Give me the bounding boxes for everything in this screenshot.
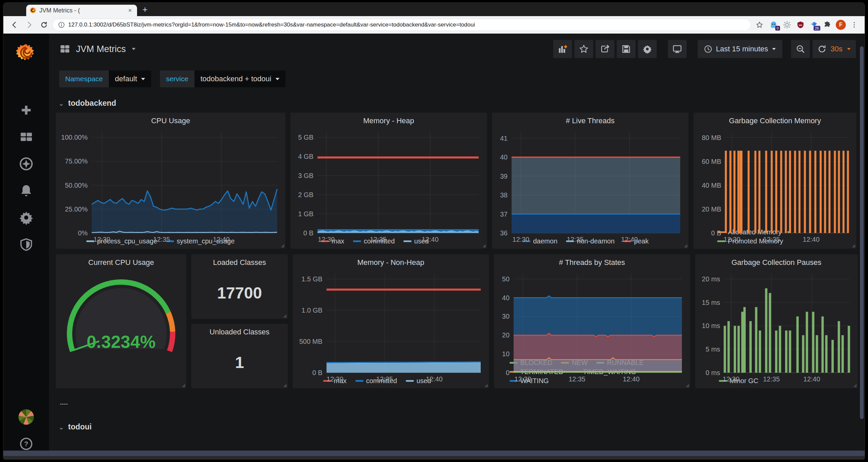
panel-title[interactable]: Unloaded Classes <box>195 327 284 339</box>
row-header-todoui[interactable]: ⌄ todoui <box>56 416 858 436</box>
panel-title[interactable]: Memory - Non-Heap <box>296 257 486 269</box>
server-admin-shield-icon[interactable] <box>16 234 37 255</box>
live-threads-chart[interactable]: 36373839404112:3012:3512:40 <box>495 128 685 237</box>
svg-text:uo: uo <box>799 24 802 27</box>
alerting-bell-icon[interactable] <box>16 180 37 201</box>
site-info-icon[interactable] <box>58 22 65 28</box>
variable-service-value[interactable]: todobackend + todoui <box>194 70 285 87</box>
panel-title[interactable]: Memory - Heap <box>294 116 484 128</box>
forward-button[interactable] <box>23 19 36 31</box>
time-range-label: Last 15 minutes <box>716 45 768 54</box>
x-axis-tick: 12:40 <box>413 236 447 243</box>
ublock-extension-icon[interactable]: uo <box>795 19 806 31</box>
add-panel-button[interactable] <box>553 40 572 58</box>
panel-resize-handle[interactable] <box>852 244 855 248</box>
clock-icon <box>704 45 712 54</box>
panel-resize-handle[interactable] <box>483 244 486 248</box>
dashboard-navbar: JVM Metrics <box>49 34 865 64</box>
memory-heap-chart[interactable]: 0 B1 GB2 GB3 GB4 GB5 GB12:3012:3512:40 <box>294 128 484 237</box>
panel-title[interactable]: Current CPU Usage <box>59 257 183 269</box>
settings-extension-icon[interactable] <box>781 19 793 31</box>
tag-extension-icon[interactable]: 26 <box>808 19 819 31</box>
dashboards-icon[interactable] <box>16 126 37 148</box>
y-axis-tick: 100.00% <box>59 134 88 141</box>
panel-row-2: Current CPU Usage 0.3234% Loaded Classes… <box>56 254 858 389</box>
reload-button[interactable] <box>38 19 51 31</box>
tab-close-icon[interactable]: × <box>126 7 134 14</box>
x-axis-tick: 12:40 <box>613 236 646 243</box>
bookmark-star-icon[interactable] <box>753 19 766 31</box>
panel-resize-handle[interactable] <box>281 244 284 248</box>
back-button[interactable] <box>8 19 21 31</box>
profile-avatar[interactable]: F <box>835 19 846 31</box>
refresh-icon[interactable] <box>817 44 827 54</box>
horizontal-scrollbar[interactable] <box>3 451 865 456</box>
x-axis-tick: 12:35 <box>560 375 594 383</box>
user-avatar[interactable] <box>16 406 37 428</box>
gc-pauses-chart[interactable]: 0 ms5 ms10 ms15 ms20 ms12:3012:3512:40 <box>699 269 854 376</box>
panel-title[interactable]: Loaded Classes <box>195 257 284 269</box>
y-axis-tick: 1 GB <box>294 210 313 218</box>
ghostery-extension-icon[interactable]: 0 <box>768 19 779 31</box>
dashboard-settings-button[interactable] <box>638 40 657 58</box>
panel-title[interactable]: # Threads by States <box>497 257 687 269</box>
threads-by-states-chart[interactable]: 0102030405012:3012:3512:40 <box>497 269 687 358</box>
url-bar[interactable]: 127.0.0.1:3002/d/D65bST8iz/jvm-metrics?o… <box>53 19 751 31</box>
browser-menu-icon[interactable] <box>848 19 860 31</box>
browser-tab[interactable]: JVM Metrics - ( × <box>26 5 137 16</box>
variable-namespace-label: Namespace <box>59 70 109 87</box>
save-dashboard-button[interactable] <box>617 40 636 58</box>
variable-namespace-value[interactable]: default <box>109 70 151 87</box>
y-axis-tick: 20 <box>497 331 509 339</box>
zoom-out-time-button[interactable] <box>791 40 810 58</box>
configuration-gear-icon[interactable] <box>16 207 37 228</box>
extensions-puzzle-icon[interactable] <box>822 19 833 31</box>
panel-title[interactable]: CPU Usage <box>59 116 282 128</box>
y-axis-tick: 40 <box>497 294 509 302</box>
cpu-usage-chart[interactable]: 0%25.00%50.00%75.00%100.00%12:3012:3512:… <box>59 128 282 237</box>
tag-badge: 26 <box>814 26 820 31</box>
submenu-variables: Namespace default service todobackend + … <box>49 64 865 89</box>
variable-service[interactable]: service todobackend + todoui <box>160 70 285 87</box>
y-axis-tick: 10 ms <box>699 322 720 330</box>
cycle-view-mode-button[interactable] <box>668 40 687 58</box>
share-dashboard-button[interactable] <box>596 40 614 58</box>
current-cpu-gauge[interactable]: 0.3234% <box>59 269 183 386</box>
panel-resize-handle[interactable] <box>283 384 286 387</box>
create-plus-icon[interactable] <box>16 99 37 121</box>
time-range-picker[interactable]: Last 15 minutes <box>698 40 782 58</box>
refresh-picker[interactable]: 30s <box>813 40 856 58</box>
panel-resize-handle[interactable] <box>853 384 857 387</box>
panel-unloaded-classes: Unloaded Classes 1 <box>191 324 287 389</box>
panel-resize-handle[interactable] <box>485 384 488 387</box>
panel-title[interactable]: Garbage Collection Memory <box>697 116 853 128</box>
dashboard-body: ⌄ todobackend CPU Usage 0%25.00%50.00%75… <box>49 89 865 459</box>
dashboard-title-group[interactable]: JVM Metrics <box>59 43 136 55</box>
panel-cpu-usage: CPU Usage 0%25.00%50.00%75.00%100.00%12:… <box>56 112 285 249</box>
y-axis-tick: 3 GB <box>294 172 313 179</box>
browser-window: JVM Metrics - ( × + 127.0.0.1:3002/d/D65… <box>3 3 865 459</box>
panel-title[interactable]: Garbage Collection Pauses <box>699 257 854 269</box>
grafana-logo[interactable] <box>16 42 37 64</box>
main-content: JVM Metrics <box>49 34 865 459</box>
panel-title[interactable]: # Live Threads <box>495 116 685 128</box>
new-tab-button[interactable]: + <box>143 4 148 16</box>
url-text[interactable]: 127.0.0.1:3002/d/D65bST8iz/jvm-metrics?o… <box>68 22 745 28</box>
variable-service-label: service <box>160 70 194 87</box>
panel-resize-handle[interactable] <box>182 384 185 387</box>
variable-namespace[interactable]: Namespace default <box>59 70 151 87</box>
panel-row-1: CPU Usage 0%25.00%50.00%75.00%100.00%12:… <box>56 112 858 249</box>
gc-memory-chart[interactable]: 0 B20 MB40 MB60 MB80 MB12:3012:3512:40 <box>697 128 853 228</box>
panel-resize-handle[interactable] <box>283 314 286 318</box>
row-header-todobackend[interactable]: ⌄ todobackend <box>56 93 858 112</box>
vertical-scrollbar-thumb[interactable] <box>860 46 864 419</box>
star-dashboard-button[interactable] <box>575 40 593 58</box>
y-axis-tick: 25.00% <box>59 205 88 213</box>
panel-resize-handle[interactable] <box>684 244 687 248</box>
panel-memory-heap: Memory - Heap 0 B1 GB2 GB3 GB4 GB5 GB12:… <box>290 112 487 249</box>
explore-compass-icon[interactable] <box>16 153 37 174</box>
memory-nonheap-chart[interactable]: 0 B500 MB1.0 GB1.5 GB12:3012:3512:40 <box>296 269 486 376</box>
y-axis-tick: 5 ms <box>699 345 720 353</box>
panel-resize-handle[interactable] <box>686 384 689 387</box>
panel-gc-pauses: Garbage Collection Pauses 0 ms5 ms10 ms1… <box>695 254 858 389</box>
